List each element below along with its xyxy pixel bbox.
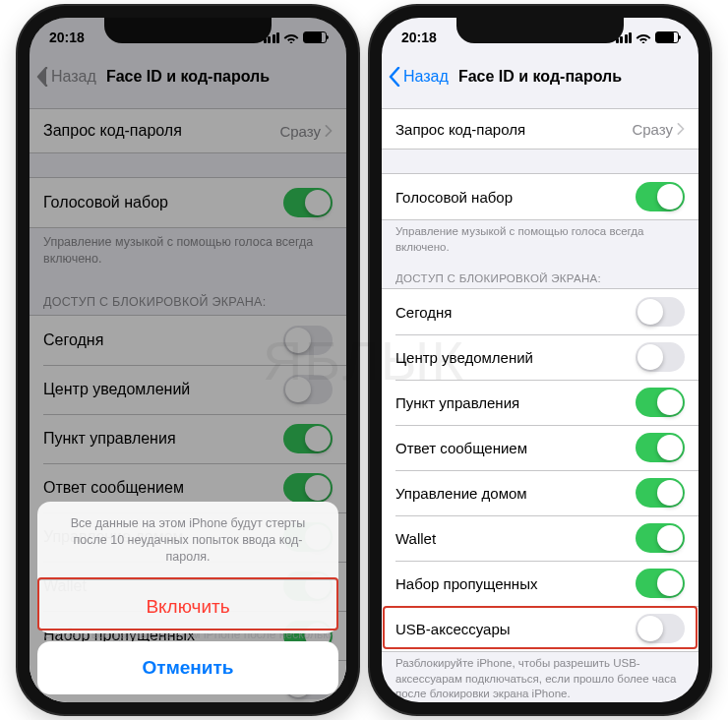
lockscreen-toggle-4[interactable]: [636, 478, 685, 508]
lockscreen-toggle-0[interactable]: [636, 297, 685, 327]
battery-icon: [655, 31, 679, 43]
row-label: Голосовой набор: [395, 189, 513, 206]
row-label: Набор пропущенных: [395, 575, 537, 592]
row-label: Центр уведомлений: [395, 349, 533, 366]
row-value: Сразу: [632, 121, 685, 138]
lockscreen-toggle-2[interactable]: [636, 388, 685, 417]
status-indicators: [616, 31, 680, 43]
usb-footer: Разблокируйте iPhone, чтобы разрешить US…: [382, 652, 698, 702]
action-sheet: Все данные на этом iPhone будут стерты п…: [37, 502, 338, 694]
voice-dial-toggle[interactable]: [636, 182, 685, 211]
lockscreen-row-0: Сегодня: [382, 289, 698, 334]
lockscreen-toggle-5[interactable]: [636, 523, 685, 553]
screen: 20:18 Назад Face ID и код-пароль Запрос …: [382, 18, 698, 702]
wifi-icon: [636, 31, 651, 43]
chevron-left-icon: [388, 67, 401, 87]
chevron-right-icon: [677, 123, 685, 135]
lockscreen-row-1: Центр уведомлений: [382, 334, 698, 380]
content: Запрос код-пароляСразуГолосовой наборУпр…: [382, 96, 698, 702]
row-label: Запрос код-пароля: [395, 121, 525, 138]
sheet-enable-button[interactable]: Включить: [37, 579, 338, 633]
screen: 20:18 Назад Face ID и код-пароль Запрос …: [30, 18, 346, 702]
lockscreen-row-4: Управление домом: [382, 470, 698, 515]
lockscreen-row-2: Пункт управления: [382, 380, 698, 425]
lockscreen-toggle-1[interactable]: [636, 342, 685, 372]
lockscreen-toggle-6[interactable]: [636, 569, 685, 598]
lockscreen-row-6: Набор пропущенных: [382, 561, 698, 606]
notch: [456, 18, 624, 43]
sheet-message: Все данные на этом iPhone будут стерты п…: [37, 502, 338, 579]
voice-footer: Управление музыкой с помощью голоса всег…: [382, 220, 698, 263]
device-right: 20:18 Назад Face ID и код-пароль Запрос …: [370, 6, 710, 714]
row-label: USB-аксессуары: [395, 621, 511, 637]
row-label: Управление домом: [395, 485, 527, 502]
lockscreen-toggle-7[interactable]: [636, 614, 685, 643]
require-passcode-row[interactable]: Запрос код-пароляСразу: [382, 109, 698, 149]
page-title: Face ID и код-пароль: [458, 68, 622, 86]
back-label: Назад: [403, 68, 449, 86]
row-label: Ответ сообщением: [395, 440, 527, 456]
row-label: Пункт управления: [395, 394, 519, 411]
lockscreen-row-5: Wallet: [382, 515, 698, 561]
device-left: 20:18 Назад Face ID и код-пароль Запрос …: [18, 6, 358, 714]
back-button[interactable]: Назад: [388, 67, 449, 87]
sheet-cancel-button[interactable]: Отменить: [37, 641, 338, 694]
nav-bar: Назад Face ID и код-пароль: [382, 57, 698, 96]
lockscreen-row-7: USB-аксессуары: [382, 606, 698, 651]
status-time: 20:18: [401, 30, 437, 45]
lockscreen-row-3: Ответ сообщением: [382, 425, 698, 470]
row-label: Сегодня: [395, 304, 453, 321]
lockscreen-header: ДОСТУП С БЛОКИРОВКОЙ ЭКРАНА:: [382, 263, 698, 288]
lockscreen-toggle-3[interactable]: [636, 433, 685, 462]
voice-dial-row: Голосовой набор: [382, 174, 698, 219]
row-label: Wallet: [395, 530, 436, 547]
